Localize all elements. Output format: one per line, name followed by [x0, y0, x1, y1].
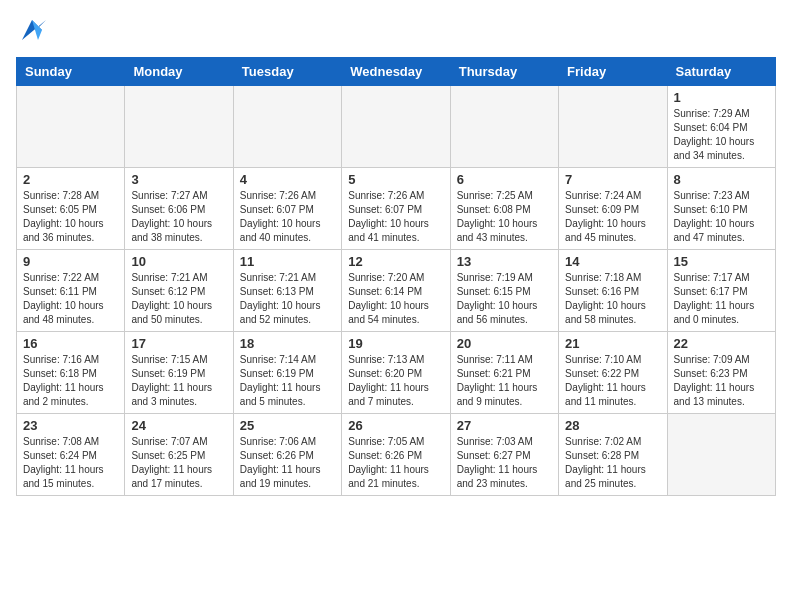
calendar-day-cell: 7Sunrise: 7:24 AMSunset: 6:09 PMDaylight…	[559, 168, 667, 250]
day-info: Sunrise: 7:17 AMSunset: 6:17 PMDaylight:…	[674, 271, 769, 327]
day-number: 8	[674, 172, 769, 187]
calendar-day-cell: 16Sunrise: 7:16 AMSunset: 6:18 PMDayligh…	[17, 332, 125, 414]
calendar-day-cell: 2Sunrise: 7:28 AMSunset: 6:05 PMDaylight…	[17, 168, 125, 250]
calendar-day-cell: 19Sunrise: 7:13 AMSunset: 6:20 PMDayligh…	[342, 332, 450, 414]
calendar-day-cell: 26Sunrise: 7:05 AMSunset: 6:26 PMDayligh…	[342, 414, 450, 496]
day-info: Sunrise: 7:06 AMSunset: 6:26 PMDaylight:…	[240, 435, 335, 491]
day-number: 13	[457, 254, 552, 269]
day-info: Sunrise: 7:20 AMSunset: 6:14 PMDaylight:…	[348, 271, 443, 327]
calendar-day-cell: 22Sunrise: 7:09 AMSunset: 6:23 PMDayligh…	[667, 332, 775, 414]
day-info: Sunrise: 7:29 AMSunset: 6:04 PMDaylight:…	[674, 107, 769, 163]
calendar-day-cell: 9Sunrise: 7:22 AMSunset: 6:11 PMDaylight…	[17, 250, 125, 332]
day-info: Sunrise: 7:23 AMSunset: 6:10 PMDaylight:…	[674, 189, 769, 245]
day-number: 14	[565, 254, 660, 269]
day-info: Sunrise: 7:19 AMSunset: 6:15 PMDaylight:…	[457, 271, 552, 327]
day-info: Sunrise: 7:11 AMSunset: 6:21 PMDaylight:…	[457, 353, 552, 409]
day-number: 12	[348, 254, 443, 269]
logo-icon	[18, 16, 46, 44]
weekday-header: Thursday	[450, 58, 558, 86]
calendar-day-cell: 23Sunrise: 7:08 AMSunset: 6:24 PMDayligh…	[17, 414, 125, 496]
calendar-day-cell	[233, 86, 341, 168]
calendar-day-cell	[667, 414, 775, 496]
day-number: 7	[565, 172, 660, 187]
calendar-day-cell	[559, 86, 667, 168]
day-number: 2	[23, 172, 118, 187]
weekday-header: Tuesday	[233, 58, 341, 86]
calendar-day-cell: 17Sunrise: 7:15 AMSunset: 6:19 PMDayligh…	[125, 332, 233, 414]
day-info: Sunrise: 7:10 AMSunset: 6:22 PMDaylight:…	[565, 353, 660, 409]
calendar-day-cell: 18Sunrise: 7:14 AMSunset: 6:19 PMDayligh…	[233, 332, 341, 414]
weekday-header: Sunday	[17, 58, 125, 86]
calendar-day-cell: 4Sunrise: 7:26 AMSunset: 6:07 PMDaylight…	[233, 168, 341, 250]
calendar-day-cell: 28Sunrise: 7:02 AMSunset: 6:28 PMDayligh…	[559, 414, 667, 496]
day-number: 19	[348, 336, 443, 351]
day-info: Sunrise: 7:22 AMSunset: 6:11 PMDaylight:…	[23, 271, 118, 327]
calendar-table: SundayMondayTuesdayWednesdayThursdayFrid…	[16, 57, 776, 496]
day-info: Sunrise: 7:21 AMSunset: 6:12 PMDaylight:…	[131, 271, 226, 327]
calendar-day-cell	[342, 86, 450, 168]
day-info: Sunrise: 7:08 AMSunset: 6:24 PMDaylight:…	[23, 435, 118, 491]
day-number: 6	[457, 172, 552, 187]
calendar-day-cell: 1Sunrise: 7:29 AMSunset: 6:04 PMDaylight…	[667, 86, 775, 168]
calendar-day-cell: 12Sunrise: 7:20 AMSunset: 6:14 PMDayligh…	[342, 250, 450, 332]
page-header	[16, 16, 776, 49]
calendar-day-cell	[17, 86, 125, 168]
calendar-day-cell	[125, 86, 233, 168]
day-info: Sunrise: 7:09 AMSunset: 6:23 PMDaylight:…	[674, 353, 769, 409]
day-info: Sunrise: 7:25 AMSunset: 6:08 PMDaylight:…	[457, 189, 552, 245]
weekday-header: Saturday	[667, 58, 775, 86]
day-info: Sunrise: 7:13 AMSunset: 6:20 PMDaylight:…	[348, 353, 443, 409]
day-info: Sunrise: 7:14 AMSunset: 6:19 PMDaylight:…	[240, 353, 335, 409]
day-info: Sunrise: 7:18 AMSunset: 6:16 PMDaylight:…	[565, 271, 660, 327]
calendar-day-cell	[450, 86, 558, 168]
calendar-week-row: 1Sunrise: 7:29 AMSunset: 6:04 PMDaylight…	[17, 86, 776, 168]
calendar-day-cell: 5Sunrise: 7:26 AMSunset: 6:07 PMDaylight…	[342, 168, 450, 250]
day-info: Sunrise: 7:07 AMSunset: 6:25 PMDaylight:…	[131, 435, 226, 491]
day-info: Sunrise: 7:21 AMSunset: 6:13 PMDaylight:…	[240, 271, 335, 327]
day-info: Sunrise: 7:16 AMSunset: 6:18 PMDaylight:…	[23, 353, 118, 409]
logo	[16, 16, 46, 49]
calendar-week-row: 9Sunrise: 7:22 AMSunset: 6:11 PMDaylight…	[17, 250, 776, 332]
day-number: 5	[348, 172, 443, 187]
day-info: Sunrise: 7:26 AMSunset: 6:07 PMDaylight:…	[240, 189, 335, 245]
calendar-day-cell: 14Sunrise: 7:18 AMSunset: 6:16 PMDayligh…	[559, 250, 667, 332]
day-number: 16	[23, 336, 118, 351]
calendar-day-cell: 25Sunrise: 7:06 AMSunset: 6:26 PMDayligh…	[233, 414, 341, 496]
day-number: 28	[565, 418, 660, 433]
day-number: 4	[240, 172, 335, 187]
day-info: Sunrise: 7:24 AMSunset: 6:09 PMDaylight:…	[565, 189, 660, 245]
calendar-day-cell: 8Sunrise: 7:23 AMSunset: 6:10 PMDaylight…	[667, 168, 775, 250]
day-number: 25	[240, 418, 335, 433]
calendar-day-cell: 11Sunrise: 7:21 AMSunset: 6:13 PMDayligh…	[233, 250, 341, 332]
day-number: 23	[23, 418, 118, 433]
calendar-day-cell: 24Sunrise: 7:07 AMSunset: 6:25 PMDayligh…	[125, 414, 233, 496]
day-number: 3	[131, 172, 226, 187]
day-number: 20	[457, 336, 552, 351]
calendar-week-row: 16Sunrise: 7:16 AMSunset: 6:18 PMDayligh…	[17, 332, 776, 414]
day-number: 26	[348, 418, 443, 433]
day-info: Sunrise: 7:15 AMSunset: 6:19 PMDaylight:…	[131, 353, 226, 409]
day-number: 9	[23, 254, 118, 269]
calendar-day-cell: 6Sunrise: 7:25 AMSunset: 6:08 PMDaylight…	[450, 168, 558, 250]
day-number: 18	[240, 336, 335, 351]
weekday-header: Monday	[125, 58, 233, 86]
day-info: Sunrise: 7:03 AMSunset: 6:27 PMDaylight:…	[457, 435, 552, 491]
day-info: Sunrise: 7:05 AMSunset: 6:26 PMDaylight:…	[348, 435, 443, 491]
calendar-week-row: 23Sunrise: 7:08 AMSunset: 6:24 PMDayligh…	[17, 414, 776, 496]
day-info: Sunrise: 7:27 AMSunset: 6:06 PMDaylight:…	[131, 189, 226, 245]
calendar-day-cell: 15Sunrise: 7:17 AMSunset: 6:17 PMDayligh…	[667, 250, 775, 332]
calendar-day-cell: 3Sunrise: 7:27 AMSunset: 6:06 PMDaylight…	[125, 168, 233, 250]
weekday-header: Wednesday	[342, 58, 450, 86]
day-number: 17	[131, 336, 226, 351]
calendar-day-cell: 10Sunrise: 7:21 AMSunset: 6:12 PMDayligh…	[125, 250, 233, 332]
calendar-day-cell: 13Sunrise: 7:19 AMSunset: 6:15 PMDayligh…	[450, 250, 558, 332]
day-number: 21	[565, 336, 660, 351]
day-number: 22	[674, 336, 769, 351]
calendar-day-cell: 20Sunrise: 7:11 AMSunset: 6:21 PMDayligh…	[450, 332, 558, 414]
day-number: 1	[674, 90, 769, 105]
calendar-day-cell: 27Sunrise: 7:03 AMSunset: 6:27 PMDayligh…	[450, 414, 558, 496]
calendar-day-cell: 21Sunrise: 7:10 AMSunset: 6:22 PMDayligh…	[559, 332, 667, 414]
day-info: Sunrise: 7:26 AMSunset: 6:07 PMDaylight:…	[348, 189, 443, 245]
day-number: 10	[131, 254, 226, 269]
weekday-header-row: SundayMondayTuesdayWednesdayThursdayFrid…	[17, 58, 776, 86]
